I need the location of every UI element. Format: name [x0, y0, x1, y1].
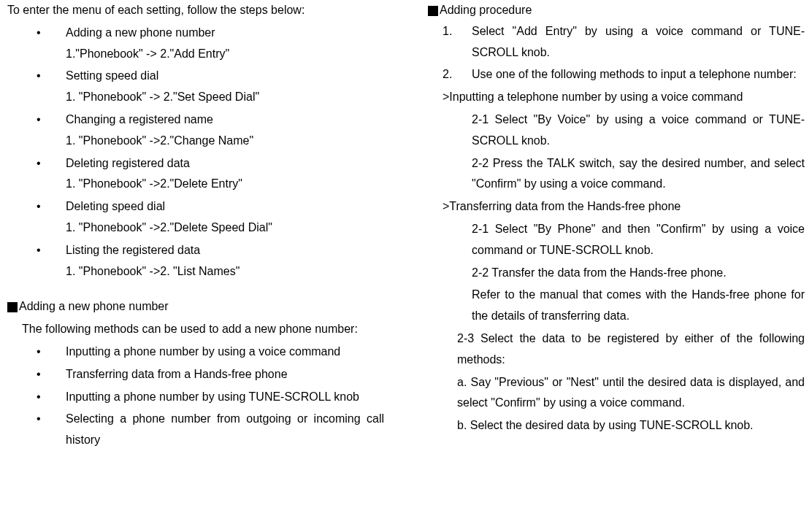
list-item: Setting speed dial 1. "Phonebook" -> 2."…	[66, 66, 384, 108]
right-column: Adding procedure 1.Select "Add Entry" by…	[421, 0, 805, 452]
item-step: 1."Phonebook" -> 2."Add Entry"	[66, 44, 384, 65]
procedure-steps: 1.Select "Add Entry" by using a voice co…	[428, 21, 805, 85]
list-item: Selecting a phone number from outgoing o…	[66, 409, 384, 451]
list-item: Inputting a phone number by using a voic…	[66, 342, 384, 363]
methods-list: Inputting a phone number by using a voic…	[7, 342, 384, 451]
sub-step: 2-1 Select "By Voice" by using a voice c…	[428, 109, 805, 152]
title-text: Adding procedure	[440, 4, 532, 16]
item-title: Deleting registered data	[66, 157, 190, 169]
item-title: Deleting speed dial	[66, 200, 165, 212]
sub-note: Refer to the manual that comes with the …	[428, 285, 805, 327]
sub-option-b: b. Select the desired data by using TUNE…	[428, 415, 805, 436]
item-title: Setting speed dial	[66, 69, 158, 82]
list-item: Transferring data from a Hands-free phon…	[66, 364, 384, 385]
list-item: Deleting registered data 1. "Phonebook" …	[66, 153, 384, 196]
step-text: Use one of the following methods to inpu…	[472, 68, 797, 80]
document-container: To enter the menu of each setting, follo…	[7, 0, 805, 452]
intro-text: To enter the menu of each setting, follo…	[7, 0, 384, 21]
square-icon	[428, 6, 438, 16]
square-icon	[7, 302, 18, 312]
sub-step: 2-2 Press the TALK switch, say the desir…	[428, 153, 805, 196]
sub-step: 2-3 Select the data to be registered by …	[428, 328, 805, 371]
section-title-text: Adding a new phone number	[19, 300, 169, 312]
list-item: Adding a new phone number 1."Phonebook" …	[66, 23, 384, 65]
list-item: Changing a registered name 1. "Phonebook…	[66, 109, 384, 152]
item-step: 1. "Phonebook" ->2."Change Name"	[66, 131, 384, 152]
left-column: To enter the menu of each setting, follo…	[7, 0, 391, 452]
sub-step: 2-2 Transfer the data from the Hands-fre…	[428, 263, 805, 284]
item-step: 1. "Phonebook" -> 2."Set Speed Dial"	[66, 87, 384, 108]
list-item: Listing the registered data 1. "Phoneboo…	[66, 240, 384, 282]
item-title: Changing a registered name	[66, 113, 213, 126]
sub-option-a: a. Say "Previous" or "Nest" until the de…	[428, 372, 805, 415]
item-step: 1. "Phonebook" ->2."Delete Entry"	[66, 174, 384, 195]
step-2: 2.Use one of the following methods to in…	[443, 64, 805, 85]
item-step: 1. "Phonebook" ->2."Delete Speed Dial"	[66, 217, 384, 239]
item-title: Adding a new phone number	[66, 26, 215, 39]
sub-method-b-title: >Transferring data from the Hands-free p…	[428, 196, 805, 217]
step-text: Select "Add Entry" by using a voice comm…	[472, 25, 805, 58]
section-adding-title: Adding a new phone number	[7, 296, 384, 317]
sub-method-a-title: >Inputting a telephone number by using a…	[428, 87, 805, 108]
step-number: 2.	[443, 64, 452, 85]
menu-steps-list: Adding a new phone number 1."Phonebook" …	[7, 23, 384, 282]
step-number: 1.	[443, 21, 452, 42]
section-adding-desc: The following methods can be used to add…	[7, 319, 384, 340]
item-title: Listing the registered data	[66, 244, 200, 256]
sub-step: 2-1 Select "By Phone" and then "Confirm"…	[428, 219, 805, 261]
item-step: 1. "Phonebook" ->2. "List Names"	[66, 261, 384, 282]
list-item: Inputting a phone number by using TUNE-S…	[66, 387, 384, 408]
step-1: 1.Select "Add Entry" by using a voice co…	[443, 21, 805, 63]
adding-procedure-title: Adding procedure	[428, 0, 805, 21]
list-item: Deleting speed dial 1. "Phonebook" ->2."…	[66, 196, 384, 239]
